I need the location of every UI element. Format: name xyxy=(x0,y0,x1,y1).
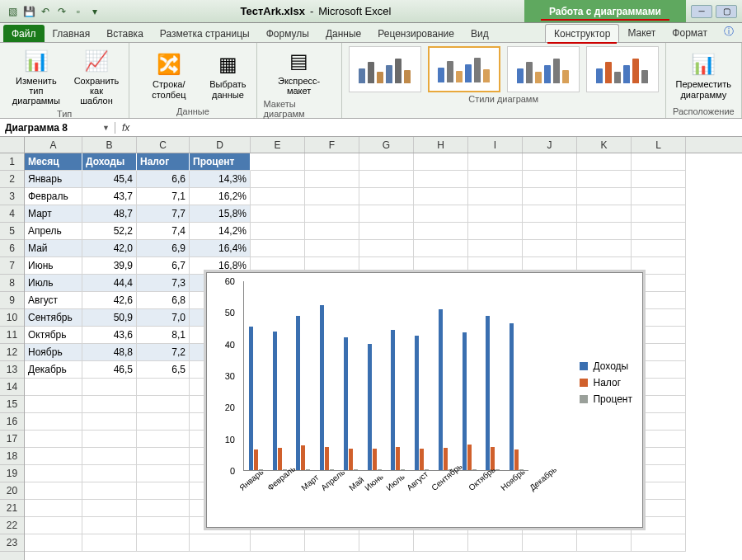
bar[interactable] xyxy=(463,332,467,470)
cell[interactable] xyxy=(577,534,632,552)
bar[interactable] xyxy=(514,449,519,470)
qat-dropdown-icon[interactable]: ▾ xyxy=(87,4,102,19)
cell[interactable]: 8,1 xyxy=(137,327,190,344)
cell[interactable] xyxy=(305,171,359,188)
cell[interactable] xyxy=(632,534,686,552)
cell[interactable]: Ноябрь xyxy=(25,344,82,361)
tab-Формат[interactable]: Формат xyxy=(664,24,716,42)
cell[interactable] xyxy=(632,188,686,205)
cell[interactable] xyxy=(305,534,359,552)
cell[interactable] xyxy=(190,534,251,552)
restore-button[interactable]: ▢ xyxy=(716,5,737,18)
undo-icon[interactable]: ↶ xyxy=(38,4,53,19)
bar[interactable] xyxy=(510,323,514,470)
row-header[interactable]: 4 xyxy=(0,205,24,223)
cell[interactable] xyxy=(523,223,577,240)
cell[interactable]: Март xyxy=(25,205,82,223)
cell[interactable]: 15,8% xyxy=(190,205,251,223)
cell[interactable] xyxy=(468,171,523,188)
bar[interactable] xyxy=(249,327,253,470)
cell[interactable] xyxy=(523,171,577,188)
bar[interactable] xyxy=(401,469,405,470)
tab-Конструктор[interactable]: Конструктор xyxy=(545,24,619,42)
cell[interactable] xyxy=(577,205,632,223)
tab-file[interactable]: Файл xyxy=(3,25,45,42)
move-chart-button[interactable]: 📊Переместить диаграмму xyxy=(673,49,735,101)
bar[interactable] xyxy=(415,336,419,470)
cell[interactable] xyxy=(251,171,305,188)
tab-Рецензирование[interactable]: Рецензирование xyxy=(369,25,463,42)
help-icon[interactable]: ⓘ xyxy=(716,21,742,42)
cell[interactable] xyxy=(137,379,190,396)
cell[interactable] xyxy=(468,240,523,257)
legend-item[interactable]: Доходы xyxy=(580,360,632,372)
change-chart-type-button[interactable]: 📊Изменить тип диаграммы xyxy=(7,46,66,107)
bar[interactable] xyxy=(425,469,429,470)
chart-style-thumb[interactable] xyxy=(507,46,580,92)
cell[interactable] xyxy=(25,482,82,500)
cell[interactable]: 6,5 xyxy=(137,361,190,379)
cell[interactable]: 16,2% xyxy=(190,188,251,205)
column-header[interactable]: F xyxy=(305,137,359,153)
cell[interactable] xyxy=(137,413,190,431)
row-header[interactable]: 9 xyxy=(0,292,24,309)
cell[interactable]: Процент xyxy=(190,153,251,171)
cell[interactable]: 43,6 xyxy=(82,327,137,344)
cell[interactable] xyxy=(632,223,686,240)
bar[interactable] xyxy=(420,449,424,470)
column-header[interactable]: G xyxy=(359,137,414,153)
row-header[interactable]: 21 xyxy=(0,500,24,517)
bar-group[interactable] xyxy=(481,316,505,470)
bar-group[interactable] xyxy=(410,336,434,470)
cell[interactable] xyxy=(577,240,632,257)
cell[interactable]: 6,8 xyxy=(137,292,190,309)
bar[interactable] xyxy=(320,305,324,470)
cell[interactable] xyxy=(468,205,523,223)
cell[interactable]: 6,6 xyxy=(137,171,190,188)
cell[interactable] xyxy=(359,171,414,188)
cell[interactable] xyxy=(25,379,82,396)
cell[interactable]: Февраль xyxy=(25,188,82,205)
cell[interactable] xyxy=(25,517,82,534)
cell[interactable]: 44,4 xyxy=(82,275,137,292)
cell[interactable] xyxy=(632,205,686,223)
cell[interactable] xyxy=(305,205,359,223)
row-header[interactable]: 12 xyxy=(0,344,24,361)
row-header[interactable]: 1 xyxy=(0,153,24,171)
cell[interactable] xyxy=(137,448,190,465)
bar[interactable] xyxy=(306,469,310,470)
tab-Главная[interactable]: Главная xyxy=(45,25,99,42)
cell[interactable] xyxy=(82,482,137,500)
bar[interactable] xyxy=(325,447,329,470)
row-header[interactable]: 17 xyxy=(0,431,24,448)
cell[interactable]: Месяц xyxy=(25,153,82,171)
cell[interactable] xyxy=(523,188,577,205)
cell[interactable] xyxy=(251,153,305,171)
cell[interactable] xyxy=(82,500,137,517)
bar[interactable] xyxy=(467,445,472,470)
save-icon[interactable]: 💾 xyxy=(21,4,36,19)
column-header[interactable]: J xyxy=(523,137,577,153)
row-header[interactable]: 6 xyxy=(0,240,24,257)
cell[interactable] xyxy=(25,465,82,482)
tab-Формулы[interactable]: Формулы xyxy=(258,25,317,42)
cell[interactable]: 42,0 xyxy=(82,240,137,257)
cell[interactable] xyxy=(468,223,523,240)
bar[interactable] xyxy=(486,316,490,470)
bar[interactable] xyxy=(373,449,377,470)
bar[interactable] xyxy=(301,445,305,470)
cell[interactable]: Июнь xyxy=(25,257,82,275)
cell[interactable]: Доходы xyxy=(82,153,137,171)
name-box[interactable]: Диаграмма 8 ▼ xyxy=(0,122,115,134)
bar[interactable] xyxy=(278,448,282,470)
cell[interactable]: 39,9 xyxy=(82,257,137,275)
cell[interactable] xyxy=(137,465,190,482)
chart-style-thumb[interactable] xyxy=(586,46,659,92)
cell[interactable] xyxy=(577,153,632,171)
column-header[interactable]: D xyxy=(190,137,251,153)
bar-group[interactable] xyxy=(458,332,481,470)
cell[interactable] xyxy=(137,500,190,517)
chart-style-thumb[interactable] xyxy=(349,46,421,92)
row-header[interactable]: 3 xyxy=(0,188,24,205)
tab-Вставка[interactable]: Вставка xyxy=(98,25,152,42)
